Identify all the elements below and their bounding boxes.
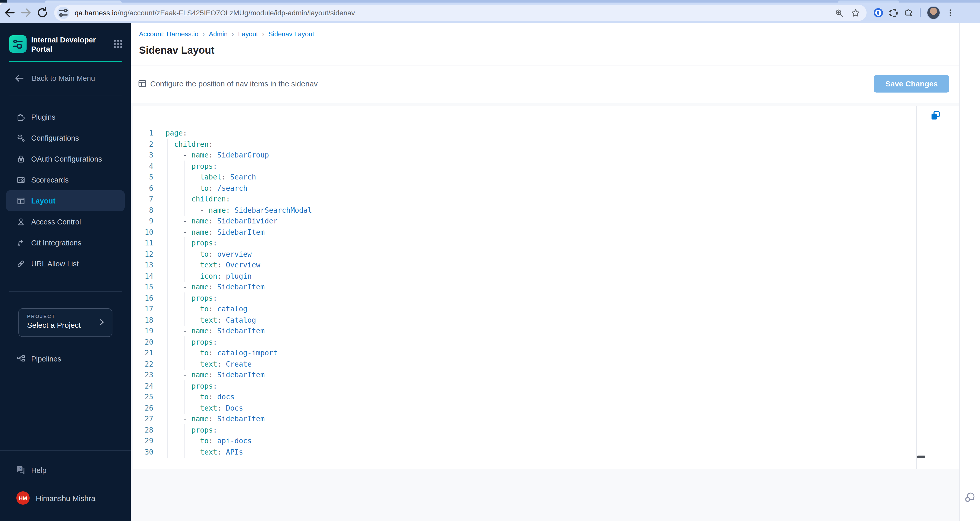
sidebar-item-configurations[interactable]: Configurations: [0, 127, 131, 148]
indent-guide: [176, 160, 176, 172]
breadcrumb-item[interactable]: Layout: [238, 30, 258, 38]
code-text: props:: [165, 293, 217, 304]
code-line: 18 text: Catalog: [133, 315, 913, 326]
indent-guide: [167, 413, 168, 425]
url-bar[interactable]: qa.harness.io/ng/account/zEaak-FLS425IEO…: [54, 5, 867, 21]
indent-guide: [167, 292, 168, 304]
line-number: 26: [133, 403, 153, 414]
reload-icon[interactable]: [36, 6, 49, 19]
editor-scrollbar-thumb[interactable]: [917, 456, 925, 458]
browser-tab[interactable]: [838, 0, 899, 3]
tab-strip-corner: [0, 0, 7, 3]
indent-guide: [193, 391, 193, 403]
breadcrumb-item[interactable]: Sidenav Layout: [269, 30, 314, 38]
indent-guide: [184, 160, 185, 172]
idp-logo: [9, 35, 27, 53]
breadcrumb-item[interactable]: Admin: [209, 30, 228, 38]
layout-config-icon: [138, 79, 146, 88]
chevron-right-icon: [98, 318, 106, 326]
indent-guide: [167, 204, 168, 216]
indent-guide: [193, 171, 193, 183]
indent-guide: [167, 424, 168, 436]
code-line: 7 children:: [133, 194, 913, 205]
code-text: to: overview: [165, 249, 251, 260]
line-number: 22: [133, 358, 153, 370]
back-icon[interactable]: [3, 6, 16, 19]
indent-guide: [176, 149, 176, 161]
forward-icon[interactable]: [19, 6, 33, 19]
sidebar-item-layout[interactable]: Layout: [6, 190, 125, 211]
person-icon: [16, 217, 25, 226]
profile-avatar[interactable]: [927, 6, 940, 19]
chat-bubbles-icon[interactable]: [964, 490, 977, 503]
indent-guide: [176, 369, 176, 381]
user-menu[interactable]: HM Himanshu Mishra: [0, 491, 131, 505]
pipeline-icon: [16, 354, 25, 363]
url-text[interactable]: qa.harness.io/ng/account/zEaak-FLS425IEO…: [75, 9, 355, 17]
indent-guide: [167, 259, 168, 271]
right-gutter: [959, 23, 980, 521]
browser-tab[interactable]: [45, 0, 122, 3]
indent-guide: [176, 248, 176, 260]
sidebar-item-label: OAuth Configurations: [31, 155, 102, 163]
indent-guide: [193, 259, 193, 271]
url-domain: qa.harness.io: [75, 9, 118, 17]
copy-icon[interactable]: [930, 110, 941, 121]
sidebar-item-label: Configurations: [31, 134, 79, 142]
code-text: text: Catalog: [165, 315, 256, 326]
indent-guide: [176, 336, 176, 348]
indent-guide: [167, 314, 168, 326]
indent-guide: [176, 182, 176, 194]
indent-guide: [184, 358, 185, 370]
indent-guide: [176, 292, 176, 304]
zoom-in-icon[interactable]: [835, 8, 843, 17]
code-text: - name: SidebarItem: [165, 370, 265, 381]
indent-guide: [184, 182, 185, 194]
sidebar-item-git-integrations[interactable]: Git Integrations: [0, 232, 131, 253]
site-settings-icon[interactable]: [57, 6, 70, 19]
sidebar-item-access-control[interactable]: Access Control: [0, 211, 131, 232]
sidebar-footer: ? Help HM Himanshu Mishra: [0, 451, 131, 521]
indent-guide: [167, 149, 168, 161]
indent-guide: [193, 402, 193, 414]
sidebar-item-oauth-configurations[interactable]: OAuth Configurations: [0, 148, 131, 169]
sidebar-nav: PluginsConfigurationsOAuth Configuration…: [0, 106, 131, 274]
yaml-editor[interactable]: 1page:2 children:3 - name: SidebarGroup4…: [133, 106, 959, 469]
sidebar-item-pipelines[interactable]: Pipelines: [0, 348, 131, 369]
bookmark-star-icon[interactable]: [851, 8, 861, 18]
sidebar-item-url-allow-list[interactable]: URL Allow List: [0, 253, 131, 274]
indent-guide: [167, 171, 168, 183]
breadcrumb-separator: ›: [203, 30, 205, 38]
code-text: props:: [165, 425, 217, 436]
code-line: 8 - name: SidebarSearchModal: [133, 205, 913, 216]
save-changes-button[interactable]: Save Changes: [874, 75, 949, 92]
extensions-puzzle-icon[interactable]: [904, 8, 913, 18]
indent-guide: [184, 402, 185, 414]
line-number: 18: [133, 315, 153, 326]
line-number: 27: [133, 414, 153, 425]
sidebar-item-scorecards[interactable]: Scorecards: [0, 169, 131, 190]
indent-guide: [184, 237, 185, 249]
code-text: text: APIs: [165, 447, 243, 457]
burst-icon[interactable]: [889, 8, 898, 17]
indent-guide: [184, 336, 185, 348]
onepassword-icon[interactable]: [874, 8, 883, 18]
code-line: 22 text: Create: [133, 358, 913, 370]
code-text: to: catalog-import: [165, 348, 277, 358]
user-avatar: HM: [16, 491, 30, 505]
sidebar-item-plugins[interactable]: Plugins: [0, 106, 131, 127]
link-icon: [16, 259, 25, 268]
code-line: 20 props:: [133, 337, 913, 348]
indent-guide: [176, 446, 176, 458]
breadcrumb-item[interactable]: Account: Harness.io: [139, 30, 199, 38]
back-to-main-menu[interactable]: Back to Main Menu: [0, 62, 131, 83]
code-text: - name: SidebarItem: [165, 414, 265, 425]
line-number: 19: [133, 326, 153, 337]
help-button[interactable]: ? Help: [0, 465, 131, 475]
menu-kebab-icon[interactable]: [946, 9, 955, 17]
apps-grid-icon[interactable]: [113, 39, 123, 49]
project-selector[interactable]: PROJECT Select a Project: [18, 308, 112, 337]
indent-guide: [193, 248, 193, 260]
action-bar: Configure the position of nav items in t…: [131, 65, 959, 102]
line-number: 11: [133, 238, 153, 249]
